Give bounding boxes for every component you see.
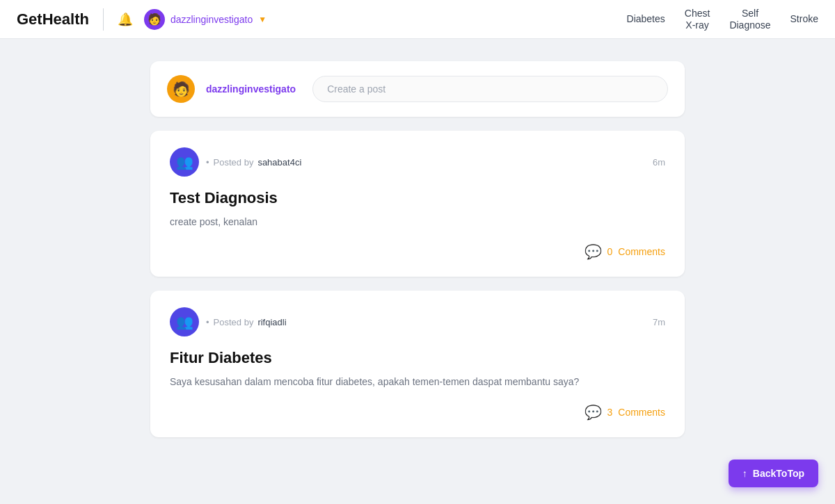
back-to-top-label: BackToTop bbox=[753, 468, 804, 479]
avatar: 🧑 bbox=[144, 9, 165, 30]
comments-button[interactable]: 💬 0 Comments bbox=[584, 243, 665, 260]
create-post-card: 🧑 dazzlinginvestigato bbox=[150, 61, 685, 117]
post-time: 7m bbox=[653, 317, 665, 327]
post-author: sahabat4ci bbox=[257, 157, 301, 168]
post-header: 👥 • Posted by sahabat4ci 6m bbox=[170, 147, 665, 177]
post-time: 6m bbox=[653, 157, 665, 168]
meta-dot: • bbox=[206, 157, 209, 168]
comments-label: Comments bbox=[618, 246, 665, 257]
community-avatar: 👥 bbox=[170, 147, 199, 177]
current-username: dazzlinginvestigato bbox=[206, 83, 296, 95]
posted-by-label: Posted by bbox=[214, 157, 254, 168]
post-author: rifqiadli bbox=[257, 317, 286, 327]
post-card: 👥 • Posted by sahabat4ci 6m Test Diagnos… bbox=[150, 131, 685, 277]
post-card: 👥 • Posted by rifqiadli 7m Fitur Diabete… bbox=[150, 291, 685, 437]
current-user-avatar: 🧑 bbox=[167, 75, 195, 103]
posted-by-label: Posted by bbox=[214, 317, 254, 327]
site-logo: GetHealth bbox=[17, 10, 89, 29]
post-content: create post, kenalan bbox=[170, 214, 665, 229]
post-title: Fitur Diabetes bbox=[170, 349, 665, 367]
post-header: 👥 • Posted by rifqiadli 7m bbox=[170, 307, 665, 336]
meta-dot: • bbox=[206, 317, 209, 327]
community-avatar: 👥 bbox=[170, 307, 199, 336]
comments-label: Comments bbox=[618, 407, 665, 418]
user-menu[interactable]: 🧑 dazzlinginvestigato ▼ bbox=[144, 9, 267, 30]
main-content: 🧑 dazzlinginvestigato 👥 • Posted by saha… bbox=[139, 39, 696, 473]
post-footer: 💬 3 Comments bbox=[170, 404, 665, 421]
comments-button[interactable]: 💬 3 Comments bbox=[584, 404, 665, 421]
comment-icon: 💬 bbox=[584, 404, 602, 421]
create-post-input[interactable] bbox=[312, 76, 668, 102]
chevron-down-icon: ▼ bbox=[258, 15, 267, 24]
back-to-top-button[interactable]: ↑ BackToTop bbox=[729, 460, 818, 487]
nav-item-chest-xray[interactable]: ChestX-ray bbox=[685, 8, 710, 31]
notification-bell-icon[interactable]: 🔔 bbox=[118, 12, 133, 27]
nav-item-self-diagnose[interactable]: SelfDiagnose bbox=[729, 8, 770, 31]
nav-item-stroke[interactable]: Stroke bbox=[790, 13, 818, 25]
post-footer: 💬 0 Comments bbox=[170, 243, 665, 260]
main-nav: Diabetes ChestX-ray SelfDiagnose Stroke bbox=[627, 8, 818, 31]
comment-icon: 💬 bbox=[584, 243, 602, 260]
post-header-left: 👥 • Posted by rifqiadli bbox=[170, 307, 287, 336]
comments-count: 3 bbox=[607, 407, 613, 418]
header-divider bbox=[103, 8, 104, 31]
comments-count: 0 bbox=[607, 246, 613, 257]
header: GetHealth 🔔 🧑 dazzlinginvestigato ▼ Diab… bbox=[0, 0, 835, 39]
header-username: dazzlinginvestigato bbox=[170, 14, 253, 25]
nav-item-diabetes[interactable]: Diabetes bbox=[627, 13, 665, 25]
post-header-left: 👥 • Posted by sahabat4ci bbox=[170, 147, 301, 177]
post-meta: • Posted by sahabat4ci bbox=[206, 157, 301, 168]
arrow-up-icon: ↑ bbox=[742, 468, 747, 479]
post-meta: • Posted by rifqiadli bbox=[206, 317, 287, 327]
post-content: Saya kesusahan dalam mencoba fitur diabe… bbox=[170, 374, 665, 389]
post-title: Test Diagnosis bbox=[170, 189, 665, 207]
